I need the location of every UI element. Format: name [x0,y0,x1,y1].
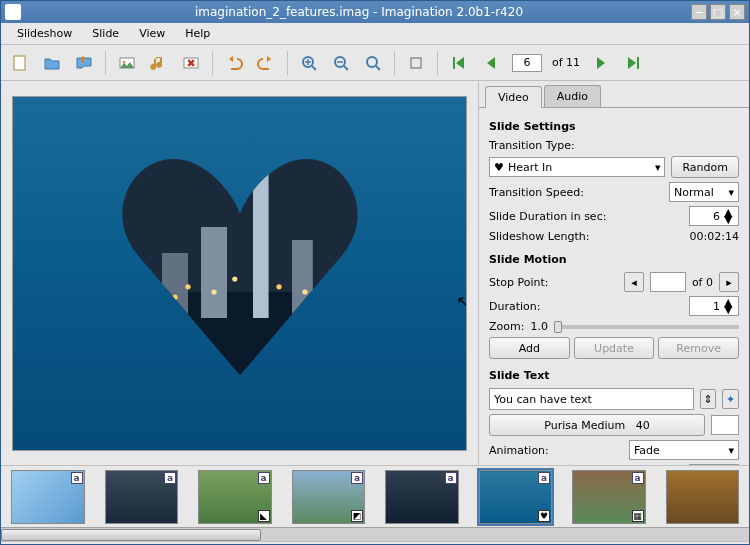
page-number-input[interactable] [512,54,542,72]
zoom-value: 1.0 [530,320,548,333]
delete-slide-button[interactable]: ✖ [180,52,202,74]
svg-text:✖: ✖ [186,57,195,70]
random-button[interactable]: Random [671,156,739,178]
menu-help[interactable]: Help [177,25,218,42]
slide-duration-input[interactable]: ▲▼ [689,206,739,226]
thumbnail[interactable]: a [385,470,459,524]
preview-pane: ↖ [1,81,478,465]
svg-rect-0 [14,56,25,70]
new-button[interactable] [9,52,31,74]
font-select-button[interactable]: Purisa Medium 40 [489,414,705,436]
thumbnail[interactable]: a◣ [198,470,272,524]
close-button[interactable]: × [729,4,745,20]
svg-point-21 [276,284,281,289]
chevron-down-icon: ▾ [728,186,734,199]
thumbnail[interactable]: a♥ [479,470,553,524]
svg-rect-12 [110,292,370,396]
save-button[interactable] [73,52,95,74]
menu-slideshow[interactable]: Slideshow [9,25,80,42]
import-audio-button[interactable] [148,52,170,74]
thumbnail-scrollbar[interactable] [1,527,749,541]
slide-duration-label: Slide Duration in sec: [489,210,683,223]
svg-rect-10 [637,57,639,69]
motion-duration-input[interactable]: ▲▼ [689,296,739,316]
window-title: imagination_2_features.imag - Imaginatio… [27,5,691,19]
slide-text-input[interactable] [489,388,694,410]
svg-point-17 [172,295,177,300]
tab-video[interactable]: Video [485,86,542,108]
transition-badge-icon: ◩ [351,510,363,522]
remove-motion-button[interactable]: Remove [658,337,739,359]
transition-badge-icon: ◣ [258,510,270,522]
thumbnail[interactable]: a [11,470,85,524]
text-expand-button[interactable]: ⇕ [700,389,717,409]
tab-audio[interactable]: Audio [544,85,601,107]
transition-type-label: Transition Type: [489,139,739,152]
thumbnail[interactable]: a▦ [572,470,646,524]
animation-speed-input[interactable]: ▲▼ [689,464,739,465]
minimize-button[interactable]: − [691,4,707,20]
text-color-button[interactable] [711,415,739,435]
transition-speed-select[interactable]: Normal▾ [669,182,739,202]
audio-badge-icon: a [445,472,457,484]
menu-view[interactable]: View [131,25,173,42]
zoom-in-button[interactable] [298,52,320,74]
stop-point-of-label: of 0 [692,276,713,289]
statusbar: sample_ss/0024 (9).JPG Resolution: 1024 … [1,541,749,545]
import-image-button[interactable] [116,52,138,74]
chevron-down-icon: ▾ [728,444,734,457]
heart-icon: ♥ [494,161,504,174]
open-button[interactable] [41,52,63,74]
update-motion-button[interactable]: Update [574,337,655,359]
text-animation-label: Animation: [489,444,623,457]
next-slide-button[interactable] [590,52,612,74]
chevron-down-icon: ▾ [655,161,661,174]
motion-duration-label: Duration: [489,300,683,313]
audio-badge-icon: a [351,472,363,484]
svg-rect-14 [201,227,227,318]
preview-canvas[interactable]: ↖ [12,96,467,451]
svg-point-7 [367,57,377,67]
svg-rect-9 [453,57,455,69]
page-of-label: of 11 [552,56,580,69]
thumbnail[interactable]: a◩ [292,470,366,524]
zoom-label: Zoom: [489,320,524,333]
zoom-fit-button[interactable] [362,52,384,74]
stop-point-label: Stop Point: [489,276,618,289]
audio-badge-icon: a [258,472,270,484]
stop-point-next-button[interactable]: ▸ [719,272,739,292]
audio-badge-icon: a [538,472,550,484]
zoom-out-button[interactable] [330,52,352,74]
svg-rect-15 [162,253,188,318]
titlebar: imagination_2_features.imag - Imaginatio… [1,1,749,23]
add-motion-button[interactable]: Add [489,337,570,359]
last-slide-button[interactable] [622,52,644,74]
scrollbar-thumb[interactable] [1,529,261,541]
transition-speed-label: Transition Speed: [489,186,663,199]
svg-point-20 [232,276,237,281]
transition-type-select[interactable]: ♥ Heart In ▾ [489,157,665,177]
thumbnail-strip[interactable]: aaa◣a◩aa♥a▦ [1,465,749,527]
stop-button[interactable] [405,52,427,74]
thumbnail[interactable]: a [105,470,179,524]
maximize-button[interactable]: □ [710,4,726,20]
slideshow-length-label: Slideshow Length: [489,230,684,243]
text-insert-button[interactable]: ✦ [722,389,739,409]
thumbnail[interactable] [666,470,740,524]
stop-point-input[interactable] [650,272,686,292]
text-animation-select[interactable]: Fade▾ [629,440,739,460]
undo-button[interactable] [223,52,245,74]
svg-point-19 [211,289,216,294]
slideshow-length-value: 00:02:14 [690,230,739,243]
svg-rect-8 [411,58,421,68]
stop-point-prev-button[interactable]: ◂ [624,272,644,292]
first-slide-button[interactable] [448,52,470,74]
menu-slide[interactable]: Slide [84,25,127,42]
heart-transition-overlay [110,136,370,396]
redo-button[interactable] [255,52,277,74]
svg-point-18 [185,284,190,289]
prev-slide-button[interactable] [480,52,502,74]
menubar: Slideshow Slide View Help [1,23,749,45]
svg-point-22 [302,289,307,294]
zoom-slider[interactable] [554,325,739,329]
